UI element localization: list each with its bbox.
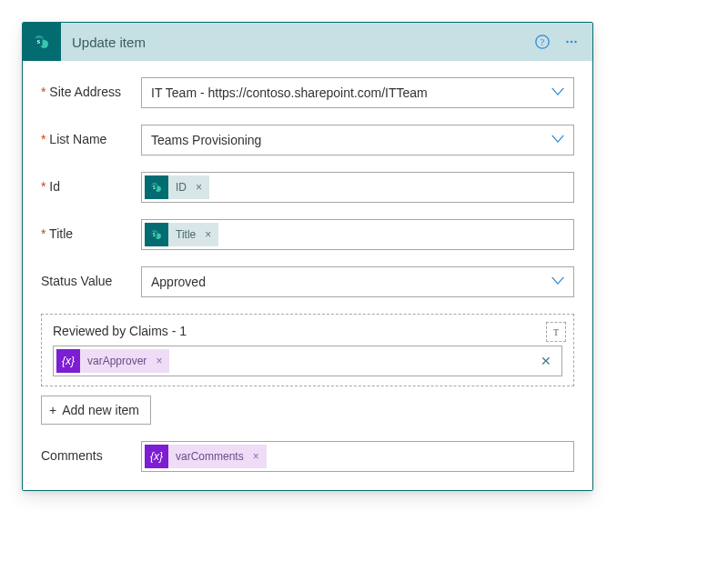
card-body: Site Address IT Team - https://contoso.s… [23, 61, 592, 490]
svg-point-7 [571, 41, 573, 44]
label-site-address: Site Address [41, 77, 141, 99]
token-title-label: Title [174, 223, 201, 246]
card-title: Update item [61, 35, 534, 50]
token-varapprover-label: varApprover [86, 349, 152, 373]
comments-field[interactable]: {x} varComments × [141, 441, 574, 472]
close-icon[interactable]: × [192, 175, 209, 199]
chevron-down-icon [550, 131, 566, 150]
add-new-item-button[interactable]: + Add new item [41, 396, 151, 425]
variable-icon: {x} [56, 349, 80, 373]
svg-point-8 [574, 41, 577, 44]
svg-text:S: S [153, 185, 156, 190]
row-comments: Comments {x} varComments × [41, 441, 574, 472]
svg-text:S: S [36, 38, 40, 45]
list-name-value: Teams Provisioning [151, 133, 261, 147]
label-list-name: List Name [41, 125, 141, 146]
clear-field-icon[interactable]: ✕ [533, 354, 559, 368]
chevron-down-icon [550, 84, 566, 103]
variable-icon: {x} [145, 445, 168, 468]
svg-text:S: S [153, 233, 156, 237]
help-icon[interactable]: ? [534, 34, 551, 50]
header-actions: ? [534, 34, 592, 50]
sharepoint-icon: S [23, 23, 61, 61]
status-value: Approved [151, 275, 206, 289]
reviewed-by-claims-label: Reviewed by Claims - 1 [53, 324, 562, 338]
token-varcomments-label: varComments [174, 445, 249, 468]
card-header: S Update item ? [23, 23, 592, 61]
row-site-address: Site Address IT Team - https://contoso.s… [41, 77, 574, 108]
site-address-value: IT Team - https://contoso.sharepoint.com… [151, 85, 428, 100]
list-name-dropdown[interactable]: Teams Provisioning [141, 125, 574, 155]
label-id: Id [41, 172, 141, 194]
row-list-name: List Name Teams Provisioning [41, 125, 574, 155]
token-varcomments[interactable]: {x} varComments × [145, 445, 267, 468]
chevron-down-icon [550, 273, 566, 292]
sharepoint-icon: S [145, 175, 168, 199]
add-new-item-label: Add new item [62, 403, 139, 417]
token-varapprover[interactable]: {x} varApprover × [56, 349, 169, 373]
reviewed-by-claims-field[interactable]: {x} varApprover × ✕ [53, 346, 562, 376]
text-mode-toggle[interactable]: T [546, 322, 566, 342]
close-icon[interactable]: × [201, 223, 218, 246]
token-id-label: ID [174, 175, 192, 199]
svg-point-6 [566, 41, 569, 44]
reviewed-by-claims-box: Reviewed by Claims - 1 T {x} varApprover… [41, 314, 574, 386]
svg-text:T: T [553, 327, 559, 337]
label-status-value: Status Value [41, 266, 141, 288]
site-address-dropdown[interactable]: IT Team - https://contoso.sharepoint.com… [141, 77, 574, 108]
update-item-card: S Update item ? Site Address [22, 22, 593, 491]
token-id[interactable]: S ID × [145, 175, 209, 199]
plus-icon: + [49, 403, 56, 417]
title-field[interactable]: S Title × [141, 219, 574, 250]
sharepoint-icon: S [145, 223, 168, 246]
status-value-dropdown[interactable]: Approved [141, 266, 574, 297]
id-field[interactable]: S ID × [141, 172, 574, 203]
row-title: Title S Title × [41, 219, 574, 250]
close-icon[interactable]: × [152, 349, 169, 373]
row-id: Id S ID × [41, 172, 574, 203]
svg-text:?: ? [541, 37, 544, 47]
token-title[interactable]: S Title × [145, 223, 218, 246]
close-icon[interactable]: × [249, 445, 267, 468]
row-status-value: Status Value Approved [41, 266, 574, 297]
more-icon[interactable] [563, 34, 580, 50]
label-comments: Comments [41, 441, 141, 463]
label-title: Title [41, 219, 141, 241]
